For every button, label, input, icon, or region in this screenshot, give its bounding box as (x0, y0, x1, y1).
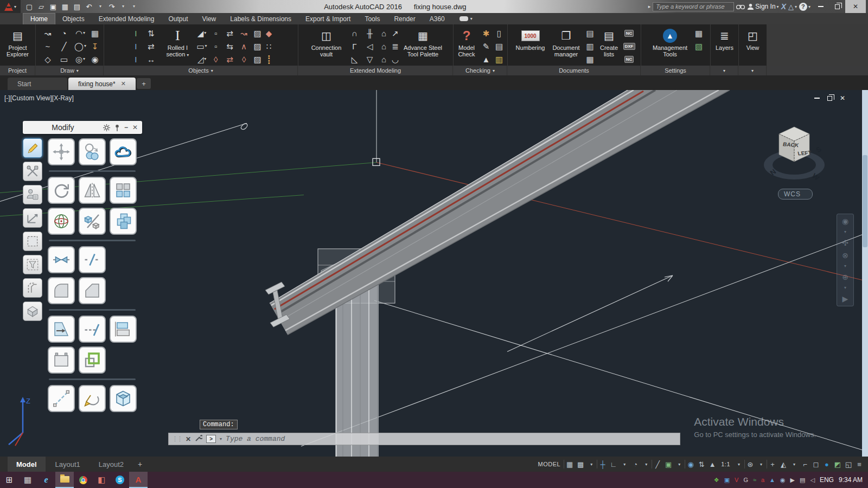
tray-icon-5[interactable]: ≈ (753, 477, 756, 483)
object-snap-icon[interactable]: ▣ (663, 457, 674, 472)
properties-tab[interactable] (23, 185, 42, 204)
tray-icon-6[interactable]: a (761, 477, 764, 483)
database-sync-icon[interactable]: ▧ (694, 42, 704, 50)
minimize-button[interactable] (813, 0, 829, 13)
ucs-tab[interactable] (23, 208, 42, 228)
view-button[interactable]: ◰ View (745, 27, 761, 52)
line-icon[interactable]: ╱ (59, 42, 69, 50)
beam-list-icon[interactable]: ▤ (494, 42, 504, 50)
command-customize-icon[interactable] (195, 434, 202, 444)
ortho-dropdown[interactable]: ▾ (619, 457, 630, 472)
circle-icon[interactable]: ◯▾ (74, 42, 86, 50)
chamfer-tool-button[interactable] (79, 277, 106, 304)
selection-tab[interactable] (23, 232, 42, 251)
viewport-restore-icon[interactable] (827, 96, 832, 101)
restore-button[interactable] (829, 0, 845, 13)
corner-frame-icon[interactable]: Γ (350, 42, 360, 50)
ribbon-tab-render[interactable]: Render (387, 13, 422, 24)
polar-tracking-icon[interactable]: ◔ (630, 457, 641, 472)
blob-icon[interactable]: ◔ (59, 29, 69, 37)
grid-display-icon[interactable]: ▦ (564, 457, 575, 472)
qat-customize-dropdown[interactable]: ▾ (129, 1, 139, 12)
units-icon[interactable]: ◭ (778, 457, 789, 472)
grid-ucs-icon[interactable]: ▦ (90, 29, 100, 37)
recent-commands-dropdown-icon[interactable]: ▾ (220, 436, 222, 441)
palette-close-icon[interactable]: ✕ (132, 124, 138, 131)
portal-frame-icon[interactable]: ∩ (350, 29, 360, 37)
hatch2-icon[interactable]: ▨ (253, 42, 263, 50)
box3d-tool-button[interactable] (110, 385, 137, 412)
plate-ramp-icon[interactable]: ◢▾ (197, 29, 207, 37)
truss-icon[interactable]: ◁ (365, 42, 375, 50)
clock[interactable]: 9:34 AM (839, 476, 863, 484)
move-tool-button[interactable] (48, 138, 75, 165)
part-swap2-icon[interactable]: ⇆ (225, 42, 235, 50)
new-icon[interactable]: ▢ (24, 1, 35, 12)
osnap-dropdown[interactable]: ▾ (674, 457, 685, 472)
palette-minimize-icon[interactable]: − (124, 124, 128, 131)
eraser-icon[interactable]: ◊ (211, 55, 221, 63)
eraser2-icon[interactable]: ◊ (239, 55, 249, 63)
polar-dropdown[interactable]: ▾ (641, 457, 652, 472)
vertical-scrollbar[interactable] (862, 90, 868, 457)
advance-steel-palette-button[interactable]: ▦ Advance Steel Tool Palette (402, 27, 444, 59)
orbit-dropdown[interactable]: ▾ (840, 286, 850, 290)
panel-label-layers[interactable]: ▾ (711, 66, 738, 75)
showmotion-icon[interactable]: ▶ (840, 295, 850, 303)
tray-icon-9[interactable]: ▶ (790, 477, 795, 484)
panel-label-objects[interactable]: Objects▾ (104, 66, 298, 75)
snap-dropdown[interactable]: ▾ (586, 457, 597, 472)
viewcube[interactable]: N W S BACK LEFT (755, 113, 837, 200)
plate-icon[interactable]: ▭▾ (196, 42, 207, 50)
a360-icon[interactable]: △ ▾ (788, 3, 797, 11)
tray-icon-4[interactable]: G (743, 477, 748, 483)
ribbon-tab-tools[interactable]: Tools (358, 13, 387, 24)
beam-swap-icon[interactable]: ⇄ (146, 42, 156, 50)
annotation-scale-icon[interactable]: ▲ (707, 457, 718, 472)
beam-extend-icon[interactable]: ↔ (146, 55, 156, 63)
new-tab-button[interactable]: + (137, 78, 151, 89)
wcs-button[interactable]: WCS (778, 189, 813, 200)
layouts-tool-button[interactable] (110, 316, 137, 343)
orbit-icon[interactable]: ⊕ (840, 273, 850, 281)
ribbon-tab-objects[interactable]: Objects (55, 13, 92, 24)
skype-taskbar-icon[interactable]: S (111, 472, 129, 488)
ellipse-icon[interactable]: ◎▾ (75, 55, 85, 63)
project-explorer-button[interactable]: ▤ Project Explorer (2, 27, 34, 59)
nc-icon[interactable]: NC (624, 30, 634, 37)
redo-dropdown[interactable]: ▾ (118, 1, 128, 12)
beam-blue-icon[interactable]: I (131, 42, 141, 50)
tray-icon-1[interactable]: ❖ (714, 477, 719, 484)
command-close-icon[interactable]: ✕ (186, 435, 191, 443)
tab-fixing-house[interactable]: fixing house* ✕ (68, 78, 136, 90)
panel-label-checking[interactable]: Checking▾ (454, 66, 507, 75)
document-manager-button[interactable]: ❐ Document manager (549, 27, 584, 59)
ribbon-tab-a360[interactable]: A360 (423, 13, 452, 24)
sphere-tool-button[interactable] (48, 208, 75, 235)
command-prompt-icon[interactable]: > (206, 435, 216, 443)
truss3-icon[interactable]: ▽ (365, 55, 375, 63)
modify-palette-titlebar[interactable]: Modify − ✕ (23, 121, 142, 134)
search-expand-icon[interactable]: ▸ (648, 4, 651, 9)
annotation-scale-value[interactable]: 1:1 (718, 457, 733, 472)
app-taskbar-icon[interactable]: ◧ (92, 472, 111, 488)
palette-pin-icon[interactable] (114, 124, 120, 131)
trimext-tool-button[interactable] (48, 316, 75, 343)
search-binoculars-icon[interactable] (736, 3, 745, 10)
explorer-taskbar-icon[interactable] (55, 472, 74, 488)
viewport-close-icon[interactable]: ✕ (840, 94, 845, 102)
exchange-apps-icon[interactable]: X (781, 2, 786, 11)
numbering-button[interactable]: 1000 Numbering (514, 27, 547, 52)
curve-icon[interactable]: ~ (43, 42, 53, 50)
truss2-icon[interactable]: ◺ (350, 55, 360, 63)
anchor-bolt-icon[interactable]: ┋ (264, 55, 274, 63)
drawing-check-icon[interactable]: ▯ (494, 29, 504, 37)
layers-button[interactable]: ≣ Layers (714, 27, 735, 52)
folded-plate-icon[interactable]: ◿▾ (197, 55, 207, 63)
hardware-acceleration-icon[interactable]: ● (821, 457, 832, 472)
fillet-tool-button[interactable] (48, 277, 75, 304)
scale-dropdown[interactable]: ▾ (733, 457, 744, 472)
special-part-icon[interactable]: ▫ (211, 29, 221, 37)
layout-tab-layout1[interactable]: Layout1 (47, 457, 89, 472)
plot-icon[interactable]: ▤ (72, 1, 82, 12)
